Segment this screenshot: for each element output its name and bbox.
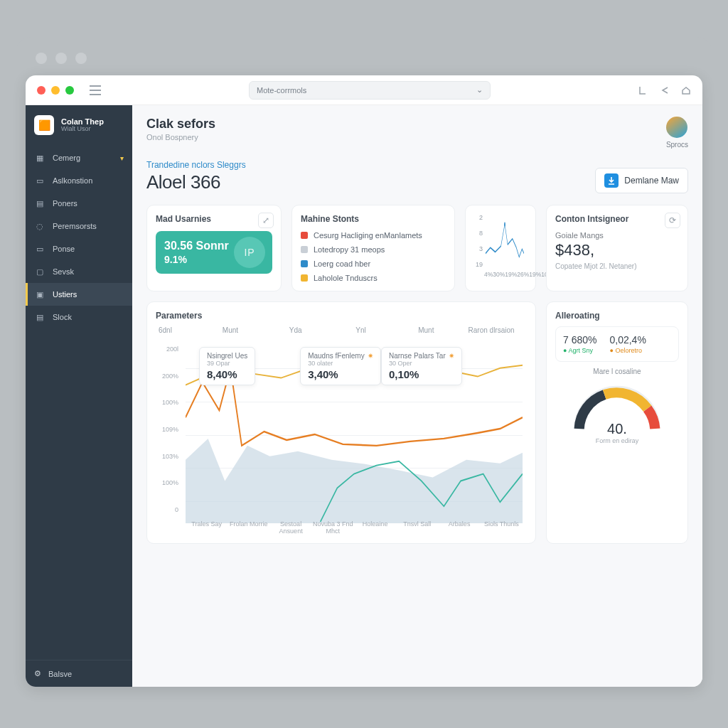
close-icon[interactable] — [37, 86, 46, 95]
col-label: Munt — [198, 326, 263, 334]
y-tick: 100% — [156, 389, 178, 416]
tip-title: Maudns fFenlemy — [308, 352, 364, 360]
titlebar: Mote-corrmols ⌄ — [26, 75, 702, 105]
stack-icon: ▭ — [34, 243, 46, 255]
ci-note: Copatee Mjot 2l. Netaner) — [555, 262, 679, 270]
cart-icon: ▤ — [34, 311, 46, 323]
legend-swatch-icon — [301, 260, 308, 267]
page-icon: ▤ — [34, 198, 46, 209]
x-tick: 26% — [517, 271, 529, 278]
sidebar-item-label: Sevsk — [53, 267, 74, 276]
legend-item[interactable]: Laholole Tnduscrs — [301, 274, 446, 282]
primary-action-button[interactable]: Demlane Maw — [595, 168, 688, 193]
tip-sub: 39 Opar — [207, 360, 247, 367]
brand[interactable]: 🟧 Colan Thep Wialt Usor — [26, 105, 132, 142]
chart-tooltip: Nsingrel Ues 39 Opar 8,40% — [199, 347, 255, 385]
sidebar-item-aslkonstion[interactable]: ▭ Aslkonstion — [26, 169, 132, 192]
sidebar-item-peremsorsts[interactable]: ◌ Peremsorsts — [26, 215, 132, 237]
sidebar-item-sevsk[interactable]: ▢ Sevsk — [26, 260, 132, 283]
star-icon: ✷ — [449, 352, 454, 360]
page-subtitle: Onol Bospnery — [146, 133, 215, 141]
sidebar-item-ponse[interactable]: ▭ Ponse — [26, 237, 132, 260]
address-bar[interactable]: Mote-corrmols ⌄ — [249, 81, 491, 100]
x-tick: Tnsvl Sall — [396, 520, 438, 535]
share-icon[interactable] — [660, 85, 670, 95]
sprocs-label: Sprocs — [666, 141, 688, 149]
y-tick: 103% — [156, 443, 178, 470]
chat-icon: ◌ — [34, 220, 46, 232]
tip-title: Narnse Palars Tar — [389, 352, 446, 360]
card-refresh-icon[interactable]: ⟳ — [665, 213, 680, 228]
tip-title: Nsingrel Ues — [207, 352, 247, 360]
legend-item[interactable]: Lotedropy 31 meops — [301, 245, 446, 254]
sidebar-item-ustiers[interactable]: ▣ Ustiers — [26, 283, 132, 306]
card-title: Mad Usarnies — [156, 214, 272, 224]
parameters-y-axis: 200l 200% 100% 109% 103% 100% 0 — [156, 336, 183, 523]
y-tick: 200% — [156, 363, 178, 390]
book-icon: ▭ — [34, 175, 46, 186]
sidebar-item-label: Peremsorsts — [53, 222, 97, 230]
tip-value: 8,40% — [207, 368, 247, 380]
page-overline: Trandedine nclors Sleggrs — [146, 160, 246, 170]
y-tick: 2 — [474, 214, 483, 221]
ci-value: $438, — [555, 241, 679, 259]
sidebar-item-label: Aslkonstion — [53, 176, 92, 185]
x-tick: 4% — [484, 271, 493, 278]
y-tick: 8 — [474, 230, 483, 237]
y-tick: 100% — [156, 470, 178, 497]
parameters-chart: 200l 200% 100% 109% 103% 100% 0 — [156, 336, 527, 535]
maximize-icon[interactable] — [65, 86, 74, 95]
legend-item[interactable]: Loerg coad hber — [301, 259, 446, 268]
svg-point-0 — [504, 222, 505, 226]
legend: Cesurg Hacliging enManlamets Lotedropy 3… — [301, 231, 446, 282]
col-label: Yda — [263, 326, 328, 334]
legend-swatch-icon — [301, 232, 308, 239]
sidebar-footer[interactable]: ⚙ Balsve — [26, 660, 132, 687]
gauge-subtitle: Mare l cosaline — [555, 368, 679, 375]
mini-chart: 2 8 3 19 — [474, 214, 527, 278]
x-tick: Holeaine — [354, 520, 396, 535]
mini-chart-y-axis: 2 8 3 19 — [474, 214, 484, 268]
x-tick: 19% — [505, 271, 517, 278]
mad-pill: 30.56 Sonnr 9.1% IP — [156, 231, 272, 274]
minimize-icon[interactable] — [51, 86, 60, 95]
sidebar-item-label: Cemerg — [53, 154, 80, 162]
tip-sub: 30 olater — [308, 360, 373, 367]
legend-swatch-icon — [301, 246, 308, 253]
sidebar: 🟧 Colan Thep Wialt Usor ▦ Cemerg ▾ ▭ Asl… — [26, 105, 132, 687]
x-tick: Trales Say — [186, 520, 228, 535]
card-expand-icon[interactable]: ⤢ — [258, 213, 274, 228]
ip-badge: IP — [234, 237, 265, 268]
x-tick: Siols Thunls — [481, 520, 523, 535]
grid-icon: ▦ — [34, 152, 46, 164]
download-icon[interactable] — [638, 85, 648, 95]
window-controls[interactable] — [37, 86, 74, 95]
legend-label: Loerg coad hber — [314, 259, 370, 268]
card-title: Parameters — [156, 311, 527, 321]
sidebar-item-label: Ponse — [53, 245, 75, 253]
home-icon[interactable] — [681, 85, 691, 95]
card-title: Conton Intsigneor — [555, 214, 679, 224]
brand-badge[interactable]: Sprocs — [666, 117, 688, 149]
legend-item[interactable]: Cesurg Hacliging enManlamets — [301, 231, 446, 240]
menu-icon[interactable] — [90, 85, 101, 95]
address-text: Mote-corrmols — [257, 86, 306, 95]
gauge-note: Form en ediray — [555, 437, 679, 444]
sidebar-item-poners[interactable]: ▤ Poners — [26, 192, 132, 215]
sidebar-item-cemerg[interactable]: ▦ Cemerg ▾ — [26, 146, 132, 169]
sidebar-item-label: Poners — [53, 199, 77, 208]
sidebar-item-slock[interactable]: ▤ Slock — [26, 306, 132, 328]
legend-label: Laholole Tnduscrs — [314, 274, 378, 282]
star-icon: ✷ — [368, 352, 373, 360]
kpi-label: ● Agrt Sny — [563, 347, 596, 354]
dropdown-icon[interactable]: ⌄ — [476, 85, 483, 95]
legend-label: Lotedropy 31 meops — [314, 245, 385, 254]
chart-tooltip: Narnse Palars Tar✷ 30 Oper 0,10% — [381, 347, 462, 385]
y-tick: 19 — [474, 261, 483, 268]
sidebar-nav: ▦ Cemerg ▾ ▭ Aslkonstion ▤ Poners ◌ Pe — [26, 142, 132, 660]
ci-subtitle: Goiale Mangs — [555, 231, 679, 240]
col-label: Raron dlrsaion — [459, 326, 524, 334]
user-icon: ▢ — [34, 266, 46, 277]
main: Clak sefors Onol Bospnery Sprocs Tranded… — [132, 105, 702, 687]
tip-sub: 30 Oper — [389, 360, 454, 367]
